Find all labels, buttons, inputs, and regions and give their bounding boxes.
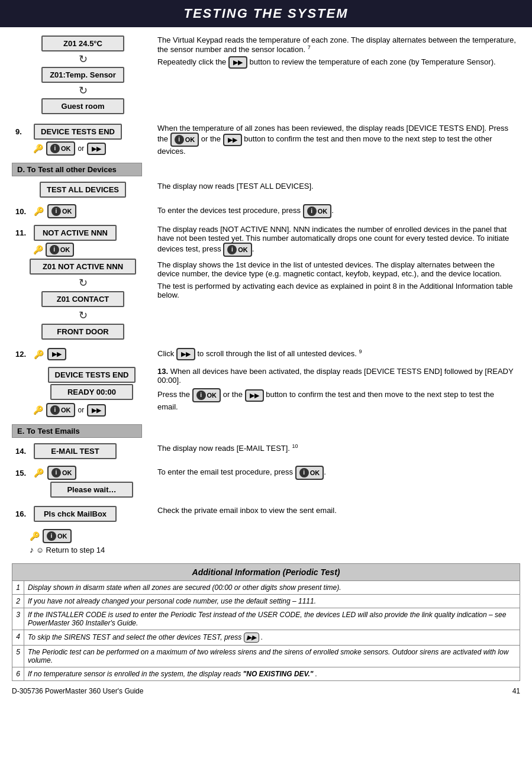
step14-section: 14. E-MAIL TEST The display now reads [E… — [12, 441, 520, 462]
step12-right: Click ▶▶ to scroll through the list of a… — [154, 346, 520, 363]
step13-num-inline: 13. — [157, 367, 168, 376]
fwd-button-9[interactable]: ▶▶ — [87, 143, 106, 155]
ok-button-15b[interactable]: iOK — [295, 466, 324, 480]
row3-text: If the INSTALLER CODE is used to enter t… — [24, 608, 520, 630]
row2-text: If you have not already changed your per… — [24, 595, 520, 608]
circle-i-return: i — [47, 531, 56, 541]
footnote10: 10 — [292, 443, 298, 449]
additional-title: Additional Information (Periodic Test) — [12, 564, 520, 581]
ok-button-return[interactable]: iOK — [43, 529, 72, 543]
circle-i-10: i — [51, 207, 61, 216]
step10-num: 10. — [15, 207, 30, 216]
fwd-button-9b[interactable]: ▶▶ — [223, 134, 242, 146]
ready-0000-display: READY 00:00 — [50, 384, 133, 400]
forward-button-inline[interactable]: ▶▶ — [228, 56, 247, 69]
step13-left: DEVICE TESTS END READY 00:00 🔑 iOK or ▶▶ — [12, 364, 154, 420]
return-section: 🔑 iOK ♪ ☺ Return to step 14 — [30, 529, 520, 554]
step13-section: DEVICE TESTS END READY 00:00 🔑 iOK or ▶▶… — [12, 364, 520, 420]
fwd-button-13[interactable]: ▶▶ — [87, 404, 106, 417]
not-active-nnn-display: NOT ACTIVE NNN — [34, 225, 117, 241]
intro-section: Z01 24.5°C ↻ Z01:Temp. Sensor ↻ Guest ro… — [12, 33, 520, 117]
forward-arrow: ▶▶ — [233, 59, 243, 66]
step9-num: 9. — [15, 127, 30, 136]
row5-text: The Periodic test can be performed on a … — [24, 646, 520, 667]
circle-i: i — [50, 144, 60, 153]
ok-button-13[interactable]: iOK — [46, 403, 75, 417]
table-row: 5 The Periodic test can be performed on … — [12, 646, 520, 667]
circle-i-13b: i — [196, 391, 206, 400]
or-text-13: or — [78, 406, 85, 414]
key-icon-13: 🔑 — [33, 405, 43, 415]
z01-temp-display: Z01 24.5°C — [41, 36, 124, 51]
step11-para1: The display reads [NOT ACTIVE NNN]. NNN … — [157, 225, 517, 257]
row6-text: If no temperature sensor is enrolled in … — [24, 667, 520, 681]
additional-info-table: Additional Information (Periodic Test) 1… — [12, 563, 520, 681]
ok-button-13b[interactable]: iOK — [192, 388, 221, 402]
return-line: ♪ ☺ Return to step 14 — [30, 545, 520, 554]
pls-chck-mailbox-display: Pls chck MailBox — [34, 506, 117, 522]
step16-left: 16. Pls chck MailBox — [12, 504, 154, 524]
circle-i-15: i — [51, 468, 61, 478]
ok-button-9b[interactable]: iOK — [170, 133, 199, 147]
step11-right: The display reads [NOT ACTIVE NNN]. NNN … — [154, 222, 520, 342]
test-all-devices-left: TEST ALL DEVICES — [12, 179, 154, 200]
row5-num: 5 — [12, 646, 24, 667]
step15-section: 15. 🔑 iOK Please wait… To enter the emai… — [12, 463, 520, 500]
key-icon-12: 🔑 — [34, 350, 44, 359]
circle-i-10b: i — [307, 207, 317, 216]
table-row: 1 Display shown in disarm state when all… — [12, 581, 520, 595]
device-tests-end-display: DEVICE TESTS END — [34, 124, 122, 140]
z01-temp-sensor-display: Z01:Temp. Sensor — [41, 67, 124, 83]
step12-left: 12. 🔑 ▶▶ — [12, 346, 154, 363]
guest-room-display: Guest room — [41, 98, 124, 114]
step16-num: 16. — [15, 509, 30, 518]
key-icon-9: 🔑 — [33, 144, 43, 153]
rotate-icon-11b: ↻ — [79, 309, 88, 322]
rotate-icon-2: ↻ — [79, 84, 88, 97]
test-all-devices-row: TEST ALL DEVICES The display now reads [… — [12, 179, 520, 200]
ok-button-10[interactable]: iOK — [47, 204, 76, 218]
ok-button-11b[interactable]: iOK — [223, 243, 252, 257]
fwd-button-12[interactable]: ▶▶ — [47, 348, 66, 360]
fwd-button-row4[interactable]: ▶▶ — [244, 633, 259, 643]
z01-contact-display: Z01 CONTACT — [41, 291, 124, 307]
ok-button-10b[interactable]: iOK — [303, 204, 332, 218]
footnote9: 9 — [359, 349, 362, 354]
row3-num: 3 — [12, 608, 24, 630]
footer-page: 41 — [512, 687, 520, 695]
fwd-button-13b[interactable]: ▶▶ — [245, 389, 264, 402]
circle-i-11: i — [50, 245, 59, 254]
step16-right: Check the private email inbox to view th… — [154, 504, 520, 524]
step15-right: To enter the email test procedure, press… — [154, 463, 520, 500]
ok-button-9[interactable]: iOK — [46, 141, 75, 156]
table-row: 2 If you have not already changed your p… — [12, 595, 520, 608]
step15-left: 15. 🔑 iOK Please wait… — [12, 463, 154, 500]
page-header: TESTING THE SYSTEM — [0, 0, 532, 27]
step11-left: 11. NOT ACTIVE NNN 🔑 iOK Z01 NOT ACTIVE … — [12, 222, 154, 342]
step12-section: 12. 🔑 ▶▶ Click ▶▶ to scroll through the … — [12, 346, 520, 363]
step13-para1: 13. When all devices have been activated… — [157, 367, 517, 385]
section-d-header: D. To Test all other Devices — [12, 163, 520, 176]
step10-left: 10. 🔑 iOK — [12, 202, 154, 221]
ok-button-11[interactable]: iOK — [46, 243, 75, 257]
test-all-devices-display: TEST ALL DEVICES — [40, 182, 126, 198]
step9-right: When the temperature of all zones has be… — [154, 121, 520, 158]
row2-num: 2 — [12, 595, 24, 608]
fwd-button-12b[interactable]: ▶▶ — [176, 348, 195, 360]
z01-not-active-nnn-display: Z01 NOT ACTIVE NNN — [30, 259, 136, 275]
device-tests-end2-display: DEVICE TESTS END — [48, 367, 136, 383]
footer-doc: D-305736 PowerMaster 360 User's Guide — [12, 687, 143, 695]
step13-para2: Press the iOK or the ▶▶ button to confir… — [157, 388, 517, 411]
test-all-devices-right: The display now reads [TEST ALL DEVICES]… — [154, 179, 520, 200]
step9-section: 9. DEVICE TESTS END 🔑 iOK or ▶▶ When the… — [12, 121, 520, 158]
no-existing-dev: "NO EXISTING DEV." — [243, 670, 314, 678]
circle-i-13: i — [50, 405, 60, 415]
rotate-icon-1: ↻ — [79, 53, 88, 66]
step13-right: 13. When all devices have been activated… — [154, 364, 520, 420]
footnote7: 7 — [308, 44, 311, 50]
footer: D-305736 PowerMaster 360 User's Guide 41 — [12, 687, 520, 695]
ok-button-15[interactable]: iOK — [47, 466, 76, 480]
circle-i-15b: i — [299, 468, 309, 478]
table-row: 4 To skip the SIRENS TEST and select the… — [12, 630, 520, 646]
return-text: Return to step 14 — [46, 546, 105, 554]
